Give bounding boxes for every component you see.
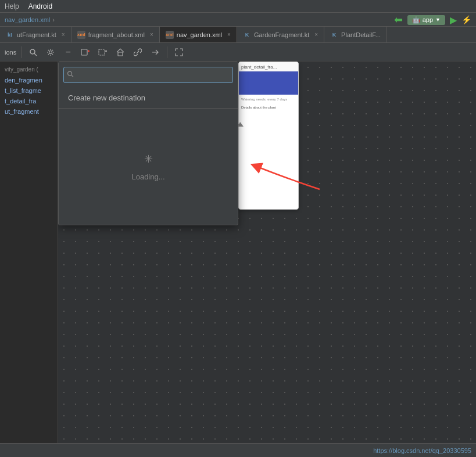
search-container [59,62,238,88]
tab-label: GardenFragment.kt [254,31,309,38]
kt-icon-plant: K [330,31,338,39]
menu-android[interactable]: Android [28,2,52,10]
menu-bar: Help Android ⬅ 🤖 app ▼ ▶ ⚡ [0,0,476,13]
plant-detail-fragment-label: plant_detail_fra... [239,62,298,71]
toolbar: ions − [0,43,476,62]
add-destination-button[interactable] [78,45,92,59]
panel-label: ions [5,49,16,56]
svg-point-2 [49,51,52,53]
plant-detail-fragment-body: Watering needs: every 7 days Details abo… [239,95,298,113]
tab-label: fragment_about.xml [88,31,145,38]
xml-icon: xml [77,31,85,39]
xml-icon-active: xml [166,31,174,39]
tab-garden-fragment[interactable]: K GardenFragment.kt × [237,27,324,43]
breadcrumb-separator: › [52,16,55,23]
toolbar-separator-2 [167,46,167,58]
forward-button[interactable] [148,45,162,59]
sidebar-item-3[interactable]: t_detail_fra [0,96,58,106]
svg-rect-3 [81,49,87,55]
dropdown-chevron-icon: ▼ [435,17,441,23]
svg-rect-9 [118,52,123,56]
app-label: app [423,16,433,23]
home-button[interactable] [113,45,127,59]
sidebar-item-1[interactable]: den_fragmen [0,75,58,85]
link-button[interactable] [131,45,145,59]
tab-close-icon[interactable]: × [62,31,65,38]
tab-close-icon[interactable]: × [314,31,318,38]
sidebar-item-4[interactable]: ut_fragment [0,106,58,117]
app-run-button[interactable]: 🤖 app ▼ [407,15,445,25]
main-layout: vity_garden ( den_fragmen t_list_fragme … [0,62,476,443]
breadcrumb-filename[interactable]: nav_garden.xml [5,16,50,23]
settings-button[interactable] [44,45,58,59]
tab-label: utFragment.kt [17,31,56,38]
tab-fragment-about[interactable]: xml fragment_about.xml × [71,27,160,43]
toolbar-separator [21,46,22,58]
top-right-controls: ⬅ 🤖 app ▼ ▶ ⚡ [394,13,471,27]
left-sidebar: vity_garden ( den_fragmen t_list_fragme … [0,62,58,443]
sidebar-section-header: vity_garden ( [0,64,58,75]
svg-point-0 [30,49,35,54]
run-icon[interactable]: ▶ [450,15,457,26]
tab-plant-detail[interactable]: K PlantDetailF... [324,27,387,43]
tabs-bar: kt utFragment.kt × xml fragment_about.xm… [0,27,476,43]
dropdown-popup: Create new destination ✳ Loading... [58,62,238,225]
tab-utfragment[interactable]: kt utFragment.kt × [0,27,71,43]
back-arrow-icon[interactable]: ⬅ [394,13,403,26]
plant-detail-fragment-card[interactable]: plant_detail_fra... Watering needs: ever… [238,62,299,210]
tab-nav-garden[interactable]: xml nav_garden.xml × [160,27,237,43]
create-new-destination-item[interactable]: Create new destination [59,88,238,109]
expand-button[interactable] [172,45,186,59]
tab-label: nav_garden.xml [177,31,222,38]
add-placeholder-button[interactable] [96,45,110,59]
svg-rect-6 [99,49,105,55]
plant-detail-header [239,71,298,95]
loading-area: ✳ Loading... [59,109,238,225]
loading-text: Loading... [131,172,164,181]
search-button[interactable] [26,45,40,59]
destination-search-input[interactable] [63,67,233,83]
tab-close-icon[interactable]: × [227,31,231,38]
android-icon: 🤖 [412,16,420,24]
status-url: https://blog.csdn.net/qq_20330595 [373,447,471,454]
search-wrapper [63,67,233,83]
status-bar: https://blog.csdn.net/qq_20330595 [0,443,476,457]
kt-icon-garden: K [243,31,251,39]
tab-close-icon[interactable]: × [150,31,153,38]
lightning-icon[interactable]: ⚡ [461,15,471,24]
kt-icon: kt [6,31,14,39]
sidebar-item-2[interactable]: t_list_fragme [0,85,58,96]
svg-line-1 [34,53,37,56]
nav-graph[interactable]: garden_fragment item 2 Subtitle 2 Your g… [58,62,476,443]
zoom-out-button[interactable]: − [61,45,75,59]
menu-help[interactable]: Help [5,2,19,10]
tab-label: PlantDetailF... [341,31,381,38]
content-area: garden_fragment item 2 Subtitle 2 Your g… [58,62,476,443]
loading-spinner-icon: ✳ [144,153,153,165]
